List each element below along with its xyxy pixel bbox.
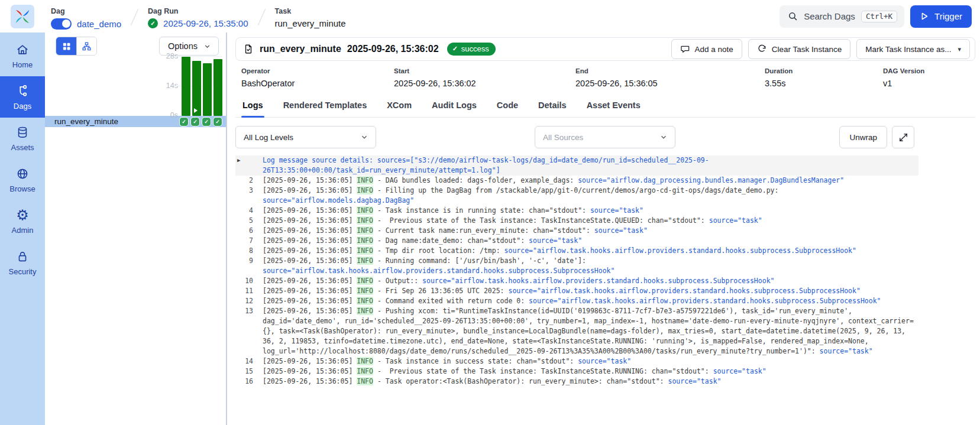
- dag-label: Dag: [51, 7, 121, 15]
- log-source-link[interactable]: source="task": [713, 367, 766, 375]
- sidebar-item-assets[interactable]: Assets: [0, 118, 45, 159]
- tab-details[interactable]: Details: [537, 95, 568, 117]
- tab-asset-events[interactable]: Asset Events: [586, 95, 642, 117]
- dag-run-success-icon: ✓: [148, 18, 158, 28]
- log-source-link[interactable]: source="airflow.dag_processing.bundles.m…: [578, 176, 844, 184]
- meta-dag-version: DAG Versionv1: [883, 67, 974, 88]
- log-source-link[interactable]: source="task": [529, 236, 582, 245]
- log-output: ▶Log message source details: sources=["s…: [235, 155, 975, 387]
- log-level-badge: INFO: [357, 216, 373, 225]
- meta-value: 3.55s: [765, 79, 883, 88]
- add-note-button[interactable]: Add a note: [671, 39, 742, 59]
- log-text: - Task instance is in running state: cha…: [373, 206, 590, 215]
- log-source-link[interactable]: source="task": [594, 226, 648, 235]
- fullscreen-button[interactable]: [892, 126, 914, 148]
- log-level-select[interactable]: All Log Levels: [235, 126, 376, 148]
- run-duration-bar[interactable]: [182, 57, 190, 116]
- log-level-badge: INFO: [357, 246, 373, 255]
- tab-rendered-templates[interactable]: Rendered Templates: [282, 95, 368, 117]
- tab-code[interactable]: Code: [496, 95, 519, 117]
- grid-view-button[interactable]: [56, 37, 76, 55]
- log-level-badge: INFO: [357, 367, 373, 375]
- duration-bars: [182, 57, 222, 116]
- log-source-link[interactable]: source="airflow.task.hooks.airflow.provi…: [529, 297, 881, 305]
- log-timestamp: [2025-09-26, 15:36:05]: [263, 226, 352, 235]
- log-text: - Previous state of the Task instance: T…: [373, 367, 713, 375]
- log-source-link[interactable]: source="task": [668, 377, 721, 385]
- log-line-number: 8: [235, 246, 263, 256]
- task-success-chip[interactable]: ✓: [179, 117, 189, 126]
- log-text: - Previous state of the Task instance: T…: [373, 216, 709, 225]
- sidebar-item-browse[interactable]: Browse: [0, 159, 45, 200]
- log-text: - Current task name:run_every_minute: ch…: [373, 226, 594, 235]
- sidebar-item-label: Security: [9, 267, 37, 276]
- mark-task-instance-as-button[interactable]: Mark Task Instance as... ▾: [856, 39, 970, 59]
- trigger-button[interactable]: Trigger: [910, 5, 972, 28]
- log-source-link[interactable]: source="airflow.task.hooks.airflow.provi…: [504, 246, 856, 255]
- clear-task-instance-button[interactable]: Clear Task Instance: [748, 39, 850, 59]
- dag-pause-toggle[interactable]: [51, 18, 72, 30]
- log-level-badge: INFO: [357, 357, 373, 365]
- browse-icon: [16, 167, 29, 180]
- task-success-chip[interactable]: ✓: [190, 117, 200, 126]
- log-line-content: [2025-09-26, 15:36:05] INFO - Command ex…: [263, 296, 918, 306]
- task-success-chip[interactable]: ✓: [202, 117, 211, 126]
- log-line: 12[2025-09-26, 15:36:05] INFO - Command …: [235, 296, 918, 306]
- breadcrumb-dag-run: Dag Run ✓ 2025-09-26, 15:35:00: [148, 4, 248, 28]
- log-timestamp: [2025-09-26, 15:36:05]: [263, 206, 352, 215]
- sidebar-item-home[interactable]: Home: [0, 35, 45, 76]
- sidebar-item-label: Dags: [14, 102, 31, 111]
- sidebar-item-security[interactable]: Security: [0, 242, 45, 283]
- tab-audit-logs[interactable]: Audit Logs: [431, 95, 478, 117]
- log-source-link[interactable]: Log message source details: sources=["s3…: [263, 156, 709, 174]
- log-source-link[interactable]: source="airflow.models.dagbag.DagBag": [263, 196, 414, 205]
- log-line-content: [2025-09-26, 15:36:05] INFO - Tmp dir ro…: [263, 246, 918, 256]
- log-source-link[interactable]: source="airflow.task.hooks.airflow.provi…: [263, 267, 614, 275]
- meta-label: End: [575, 67, 765, 74]
- meta-duration: Duration3.55s: [765, 67, 883, 88]
- log-source-link[interactable]: source="task": [590, 206, 643, 215]
- run-duration-bar[interactable]: [203, 63, 212, 116]
- tab-logs[interactable]: Logs: [241, 95, 264, 117]
- refresh-icon: [757, 44, 766, 54]
- tab-xcom[interactable]: XCom: [386, 95, 413, 117]
- log-source-link[interactable]: source="airflow.task.hooks.airflow.provi…: [422, 277, 774, 285]
- log-text: - Task instance in success state: chan="…: [373, 357, 578, 365]
- dag-link[interactable]: date_demo: [77, 19, 121, 29]
- log-line-content: [2025-09-26, 15:36:05] INFO - Task opera…: [263, 377, 918, 387]
- task-success-chip[interactable]: ✓: [213, 117, 222, 126]
- dags-icon: [16, 85, 29, 98]
- log-summary-line[interactable]: ▶Log message source details: sources=["s…: [235, 155, 918, 176]
- breadcrumb: Dag date_demo Dag Run ✓ 2025-09-26, 15:3…: [51, 4, 346, 30]
- task-status-chips: ✓✓✓✓: [179, 117, 226, 126]
- search-input[interactable]: Search Dags Ctrl+K: [780, 5, 904, 28]
- log-source-link[interactable]: source="task": [578, 357, 631, 365]
- task-list-row[interactable]: run_every_minute ✓✓✓✓: [45, 116, 226, 127]
- run-duration-bar[interactable]: [214, 59, 222, 116]
- log-line-number: 11: [235, 286, 263, 296]
- log-line-content: [2025-09-26, 15:36:05] INFO - Filling up…: [263, 186, 918, 206]
- sidebar-item-admin[interactable]: ⚙Admin: [0, 200, 45, 242]
- log-source-link[interactable]: source="task": [820, 347, 873, 355]
- log-source-select[interactable]: All Sources: [535, 126, 675, 148]
- log-source-link[interactable]: source="airflow.task.hooks.airflow.provi…: [508, 287, 860, 295]
- log-line-content: [2025-09-26, 15:36:05] INFO - Dag name:d…: [263, 236, 918, 246]
- unwrap-button[interactable]: Unwrap: [839, 126, 887, 148]
- log-line-number: 6: [235, 226, 263, 236]
- graph-view-button[interactable]: [76, 37, 96, 55]
- sidebar-item-dags[interactable]: Dags: [0, 76, 45, 118]
- log-line-number: 15: [235, 366, 263, 377]
- log-level-badge: INFO: [357, 287, 373, 295]
- log-level-badge: INFO: [357, 236, 373, 245]
- status-badge: ✓ success: [447, 43, 496, 56]
- airflow-logo[interactable]: [11, 5, 34, 28]
- log-source-link[interactable]: source="task": [709, 216, 762, 225]
- sidebar-nav: HomeDagsAssetsBrowse⚙AdminSecurity: [0, 33, 45, 425]
- y-axis-tick: 0s: [154, 111, 178, 120]
- log-timestamp: [2025-09-26, 15:36:05]: [263, 367, 352, 375]
- grid-view-icon: [62, 41, 72, 51]
- run-duration-bar[interactable]: [192, 61, 201, 116]
- dag-run-link[interactable]: 2025-09-26, 15:35:00: [163, 18, 248, 28]
- sidebar-item-label: Browse: [9, 184, 35, 193]
- log-timestamp: [2025-09-26, 15:36:05]: [263, 377, 352, 385]
